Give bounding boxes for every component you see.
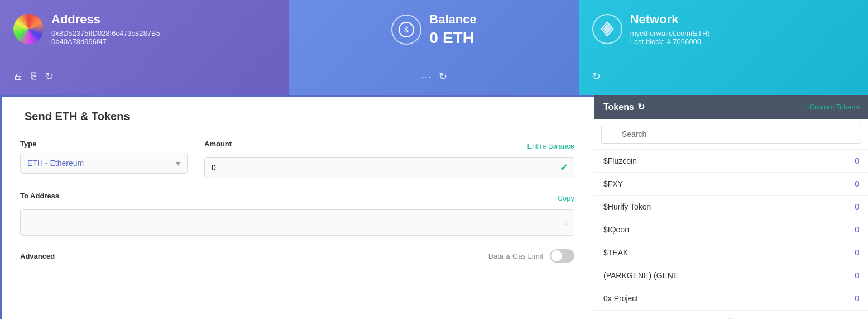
- token-row[interactable]: (PARKGENE) (GENE 0: [594, 264, 868, 287]
- tokens-refresh-icon[interactable]: ↻: [637, 102, 645, 112]
- token-balance: 0: [855, 156, 859, 165]
- page-title: Send ETH & Tokens: [20, 110, 574, 123]
- balance-amount: 0: [429, 29, 438, 47]
- data-gas-row: Data & Gas Limit: [488, 249, 574, 263]
- search-bar: 🔍: [594, 119, 868, 150]
- type-select-wrapper[interactable]: ETH - Ethereum ▾: [20, 153, 188, 174]
- amount-input-wrapper: ✔: [204, 157, 574, 178]
- refresh-balance-icon[interactable]: ↻: [439, 70, 447, 83]
- token-row[interactable]: $FXY 0: [594, 173, 868, 196]
- section-indicator: [0, 97, 2, 319]
- dollar-icon: $: [391, 15, 421, 45]
- balance-card: $ Balance 0 ETH ⋯ ↻: [289, 0, 578, 95]
- token-row[interactable]: $Fluzcoin 0: [594, 150, 868, 173]
- custom-tokens-button[interactable]: + Custom Tokens: [803, 103, 859, 111]
- avatar: [13, 14, 44, 44]
- token-balance: 0: [855, 225, 859, 234]
- network-name: myetherwallet.com(ETH): [630, 29, 710, 37]
- token-name: $FXY: [603, 179, 623, 188]
- data-gas-toggle[interactable]: [550, 249, 574, 263]
- token-list: $Fluzcoin 0 $FXY 0 $Hurify Token 0 $IQeo…: [594, 150, 868, 310]
- tokens-title-text: Tokens: [603, 102, 634, 112]
- address-card-title: Address: [51, 12, 160, 27]
- address-line2: 0b40A78d996f47: [51, 37, 160, 46]
- to-address-input[interactable]: [21, 212, 574, 232]
- search-input[interactable]: [601, 125, 861, 144]
- advanced-row: Advanced Data & Gas Limit: [20, 249, 574, 263]
- print-icon[interactable]: 🖨: [13, 70, 23, 83]
- ethereum-network-icon: [592, 14, 622, 44]
- token-balance: 0: [855, 248, 859, 257]
- copy-button[interactable]: Copy: [558, 194, 574, 202]
- token-row[interactable]: $TEAK 0: [594, 241, 868, 264]
- balance-unit: ETH: [443, 29, 474, 47]
- address-card: Address 0x8D52375ffD028f6c473c8287B5 0b4…: [0, 0, 289, 95]
- to-address-label: To Address: [20, 192, 59, 200]
- token-row[interactable]: $Hurify Token 0: [594, 196, 868, 218]
- copy-icon[interactable]: ⎘: [31, 70, 37, 83]
- circle-icon: ○: [563, 217, 568, 227]
- token-row[interactable]: $IQeon 0: [594, 218, 868, 241]
- amount-input[interactable]: [205, 158, 574, 178]
- last-block: Last block: # 7066000: [630, 37, 710, 46]
- refresh-icon[interactable]: ↻: [45, 70, 54, 83]
- advanced-label: Advanced: [20, 252, 55, 260]
- search-wrapper: 🔍: [601, 125, 861, 144]
- token-name: $Fluzcoin: [603, 156, 637, 165]
- token-balance: 0: [855, 294, 859, 303]
- token-name: $TEAK: [603, 248, 628, 257]
- ellipsis-icon[interactable]: ⋯: [421, 70, 431, 83]
- send-panel: Send ETH & Tokens Type ETH - Ethereum ▾ …: [0, 95, 594, 319]
- type-select[interactable]: ETH - Ethereum: [21, 153, 187, 173]
- network-card: Network myetherwallet.com(ETH) Last bloc…: [579, 0, 868, 95]
- token-name: $IQeon: [603, 225, 629, 234]
- refresh-network-icon[interactable]: ↻: [592, 70, 601, 83]
- tokens-header: Tokens ↻ + Custom Tokens: [594, 95, 868, 119]
- token-name: $Hurify Token: [603, 202, 651, 211]
- address-line1: 0x8D52375ffD028f6c473c8287B5: [51, 29, 160, 37]
- load-more-button[interactable]: »: [594, 310, 868, 319]
- token-name: 0x Project: [603, 294, 638, 303]
- type-label: Type: [20, 140, 188, 148]
- entire-balance-button[interactable]: Entire Balance: [527, 142, 574, 150]
- token-row[interactable]: 0x Project 0: [594, 287, 868, 310]
- token-balance: 0: [855, 202, 859, 211]
- check-icon: ✔: [560, 161, 568, 174]
- to-address-group: To Address Copy ○: [20, 192, 574, 236]
- token-balance: 0: [855, 271, 859, 280]
- balance-card-title: Balance: [429, 12, 476, 27]
- tokens-panel: Tokens ↻ + Custom Tokens 🔍 $Fluzcoin 0 $…: [594, 95, 868, 319]
- to-address-input-wrapper: ○: [20, 209, 574, 236]
- amount-label: Amount: [204, 140, 232, 148]
- token-balance: 0: [855, 179, 859, 188]
- token-name: (PARKGENE) (GENE: [603, 271, 678, 280]
- network-card-title: Network: [630, 12, 710, 27]
- data-gas-label: Data & Gas Limit: [488, 252, 543, 260]
- svg-text:$: $: [404, 25, 409, 34]
- eth-diamond-icon: [600, 21, 615, 37]
